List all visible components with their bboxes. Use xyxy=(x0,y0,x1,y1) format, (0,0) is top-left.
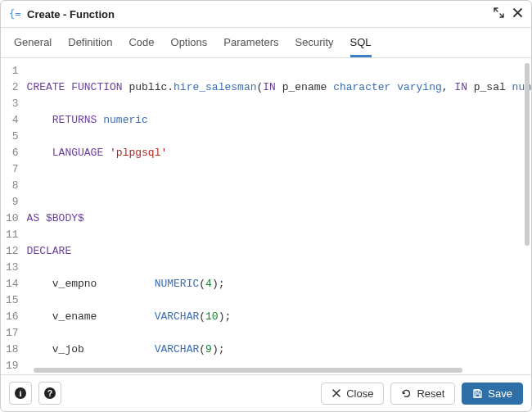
create-function-dialog: {=} Create - Function General Definition… xyxy=(0,0,532,412)
tab-options[interactable]: Options xyxy=(171,36,208,57)
tab-code[interactable]: Code xyxy=(128,36,154,57)
close-button[interactable]: Close xyxy=(321,383,384,405)
horizontal-scrollbar[interactable] xyxy=(34,368,521,373)
reset-button-label: Reset xyxy=(417,387,444,400)
tab-security[interactable]: Security xyxy=(295,36,334,57)
close-x-icon xyxy=(331,388,341,398)
info-icon: i xyxy=(14,387,27,400)
code-content[interactable]: CREATE FUNCTION public.hire_salesman(IN … xyxy=(27,58,531,374)
save-icon xyxy=(472,388,483,399)
help-button[interactable]: ? xyxy=(38,382,61,405)
dialog-footer: i ? Close Reset Save xyxy=(1,374,531,411)
sql-editor[interactable]: 12345678910 11121314151617181920 CREATE … xyxy=(1,58,531,374)
tab-sql[interactable]: SQL xyxy=(350,36,372,57)
line-gutter: 12345678910 11121314151617181920 xyxy=(1,58,27,374)
reset-button[interactable]: Reset xyxy=(390,383,455,405)
info-button[interactable]: i xyxy=(9,382,32,405)
svg-text:?: ? xyxy=(47,389,52,398)
close-button-label: Close xyxy=(346,387,373,400)
help-icon: ? xyxy=(43,387,56,400)
tab-definition[interactable]: Definition xyxy=(68,36,112,57)
tabs: General Definition Code Options Paramete… xyxy=(1,28,531,58)
reset-icon xyxy=(401,388,412,399)
vertical-scrollbar[interactable] xyxy=(525,63,530,368)
tab-general[interactable]: General xyxy=(14,36,52,57)
dialog-header: {=} Create - Function xyxy=(1,1,531,28)
save-button[interactable]: Save xyxy=(462,383,523,405)
svg-text:{=}: {=} xyxy=(9,8,22,20)
function-icon: {=} xyxy=(9,7,22,20)
dialog-title: Create - Function xyxy=(27,8,494,20)
svg-text:i: i xyxy=(19,388,21,398)
save-button-label: Save xyxy=(488,387,512,400)
expand-icon[interactable] xyxy=(494,7,504,20)
svg-rect-5 xyxy=(476,390,479,392)
tab-parameters[interactable]: Parameters xyxy=(223,36,278,57)
close-icon[interactable] xyxy=(512,7,523,20)
